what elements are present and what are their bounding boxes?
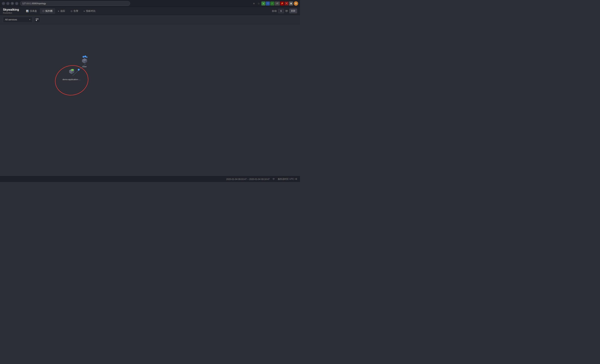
node-demo-app-label: demo-application-spr... <box>63 78 81 81</box>
header-right: 自动 秒 刷新 <box>272 9 297 13</box>
nav-back-button[interactable]: ← <box>2 2 5 5</box>
svg-rect-1 <box>37 19 38 19</box>
trace-icon: ▸ <box>58 10 59 12</box>
user-icon <box>80 55 89 65</box>
nav-tabs: 📊 仪表盘 ⬡ 拓扑图 ▸ 追踪 ◎ 告警 ▸ 指标对比 <box>23 8 272 14</box>
status-bar: 2020-01-04 09:03:47 ~ 2020-01-04 09:18:4… <box>0 176 300 182</box>
layout-icon <box>36 18 39 21</box>
dashboard-icon: 📊 <box>26 10 29 12</box>
ext-off-badge: off <box>275 1 280 6</box>
tab-trace-label: 追踪 <box>60 9 65 13</box>
auto-label: 自动 <box>272 9 277 13</box>
spring-cube-icon <box>67 69 76 77</box>
browser-chrome: ← → ↻ ⌂ 127.0.0.1:8080/topology ≡ ☆ ● 🛡 … <box>0 0 300 7</box>
refresh-button[interactable]: 刷新 <box>289 9 297 13</box>
ext-icon-red2[interactable]: ❌ <box>285 1 289 6</box>
tab-metrics[interactable]: ▸ 指标对比 <box>81 8 98 14</box>
nav-home-button[interactable]: ⌂ <box>15 2 18 5</box>
ext-icon-1[interactable]: ● <box>261 1 265 6</box>
url-text: 127.0.0.1:8080/topology <box>22 2 46 5</box>
svg-point-12 <box>84 56 86 57</box>
chevron-down-icon: ▾ <box>29 19 30 21</box>
svg-rect-0 <box>36 19 37 19</box>
service-filter-label: All services <box>5 18 17 21</box>
tab-alarm[interactable]: ◎ 告警 <box>68 8 81 14</box>
node-demo-app[interactable]: demo-application-spr... <box>63 68 81 81</box>
topology-svg <box>0 24 300 176</box>
profile-avatar[interactable]: A <box>294 1 298 6</box>
node-user[interactable]: User <box>80 56 89 68</box>
ext-icon-5[interactable]: ◼ <box>289 1 293 6</box>
timezone-label: 服务器时区 UTC +8 <box>278 177 297 181</box>
tab-trace[interactable]: ▸ 追踪 <box>56 8 68 14</box>
svg-point-13 <box>86 56 87 58</box>
tab-topology[interactable]: ⬡ 拓扑图 <box>40 8 55 14</box>
nav-refresh-button[interactable]: ↻ <box>11 2 14 5</box>
star-icon[interactable]: ☆ <box>257 1 261 6</box>
svg-point-11 <box>83 56 84 58</box>
service-filter-select[interactable]: All services ▾ <box>3 17 32 23</box>
alarm-icon: ◎ <box>71 10 72 12</box>
topology-canvas: demo-application-spr... User <box>0 24 300 176</box>
tab-dashboard-label: 仪表盘 <box>30 9 37 13</box>
browser-actions: ≡ ☆ ● 🛡 ✓ off ⚡ ❌ ◼ A <box>252 1 298 6</box>
menu-icon[interactable]: ≡ <box>252 1 256 6</box>
separator: 中 <box>273 177 275 181</box>
seconds-label: 秒 <box>285 9 288 13</box>
node-demo-app-icon <box>67 68 76 78</box>
nav-forward-button[interactable]: → <box>6 2 9 5</box>
address-bar[interactable]: 127.0.0.1:8080/topology <box>20 1 130 6</box>
tab-metrics-label: 指标对比 <box>86 9 96 13</box>
tab-topology-label: 拓扑图 <box>45 9 53 13</box>
tab-dashboard[interactable]: 📊 仪表盘 <box>23 8 39 14</box>
logo-text: Skywalking <box>3 8 19 11</box>
node-user-icon <box>80 56 89 65</box>
refresh-interval-input[interactable] <box>278 9 284 13</box>
extension-icons: ● 🛡 ✓ off ⚡ ❌ ◼ <box>261 1 293 6</box>
topology-icon: ⬡ <box>42 10 44 12</box>
ext-icon-3[interactable]: ✓ <box>270 1 274 6</box>
ext-icon-2[interactable]: 🛡 <box>266 1 270 6</box>
node-user-label: User <box>82 65 87 68</box>
metrics-icon: ▸ <box>84 10 85 12</box>
layout-btn[interactable] <box>34 17 40 23</box>
ext-icon-red[interactable]: ⚡ <box>280 1 284 6</box>
browser-nav-buttons: ← → ↻ ⌂ <box>2 2 18 5</box>
app-header: Skywalking Rocketbot 📊 仪表盘 ⬡ 拓扑图 ▸ 追踪 ◎ … <box>0 7 300 15</box>
tab-alarm-label: 告警 <box>74 9 78 13</box>
svg-rect-2 <box>36 20 37 21</box>
logo-sub: Rocketbot <box>3 12 19 14</box>
time-range: 2020-01-04 09:03:47 ~ 2020-01-04 09:18:4… <box>226 178 270 180</box>
app-logo: Skywalking Rocketbot <box>3 8 19 14</box>
toolbar: All services ▾ <box>0 15 300 24</box>
